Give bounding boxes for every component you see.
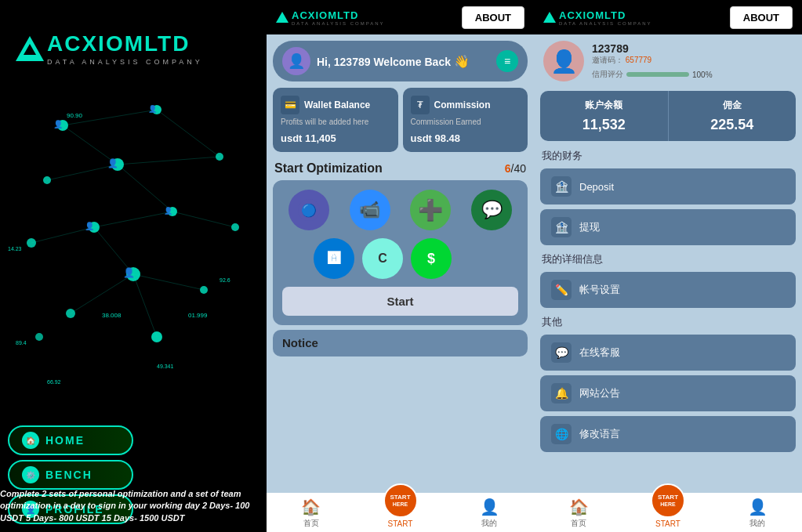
settings-icon: ✏️ bbox=[551, 280, 572, 300]
app-grid-row2: 🅰 C $ bbox=[282, 238, 518, 279]
mid-logo-sub: DATA ANALYSIS COMPANY bbox=[292, 21, 385, 26]
announcement-label: 网站公告 bbox=[579, 386, 620, 400]
svg-line-12 bbox=[133, 274, 157, 337]
right-nav-mine[interactable]: 👤 我的 bbox=[713, 498, 802, 529]
svg-text:49.341: 49.341 bbox=[157, 364, 174, 369]
right-logo-text: ACXIOMLTD bbox=[559, 9, 652, 21]
welcome-message: Welcome Back bbox=[373, 56, 451, 68]
canva-app[interactable]: C bbox=[362, 238, 403, 279]
progress-text: 6/40 bbox=[505, 162, 526, 175]
canva-icon[interactable]: C bbox=[362, 238, 403, 279]
deposit-label: Deposit bbox=[579, 181, 614, 193]
welcome-text: Hi, 123789 Welcome Back 👋 bbox=[317, 54, 490, 69]
svg-text:38.008: 38.008 bbox=[102, 312, 122, 319]
azure-app[interactable]: 🅰 bbox=[314, 238, 354, 279]
menu-icon[interactable]: ≡ bbox=[496, 50, 518, 72]
user-avatar: 👤 bbox=[282, 47, 310, 75]
right-nav-home[interactable]: 🏠 首页 bbox=[534, 498, 623, 529]
start-badge[interactable]: START HERE bbox=[383, 483, 418, 518]
app-grid-row1: 🔵 📹 ➕ 💬 bbox=[282, 190, 518, 230]
customer-service-item[interactable]: 💬 在线客服 bbox=[540, 335, 796, 371]
commission-amount: usdt 98.48 bbox=[411, 132, 521, 144]
wallet-icon: 💳 bbox=[281, 96, 299, 114]
home-nav-label: 首页 bbox=[303, 518, 319, 529]
right-logo-sub: DATA ANALYSIS COMPANY bbox=[559, 21, 652, 26]
right-about-button[interactable]: ABOUT bbox=[730, 6, 793, 29]
welcome-bar: 👤 Hi, 123789 Welcome Back 👋 ≡ bbox=[273, 41, 528, 81]
account-balance-val: 11,532 bbox=[540, 117, 668, 133]
wallet-desc: Profits will be added here bbox=[281, 118, 390, 126]
profile-id: 123789 bbox=[592, 42, 793, 55]
svg-line-11 bbox=[71, 274, 133, 313]
network-visualization: 👤 👤 👤 👤 👤 👤 90.90 38.008 01.999 14.23 89… bbox=[0, 78, 267, 407]
chat-app[interactable]: 💬 bbox=[465, 190, 518, 230]
right-start-badge[interactable]: START HERE bbox=[651, 483, 685, 518]
greeting-text: Hi, 123789 bbox=[317, 56, 371, 68]
mid-logo-triangle bbox=[276, 12, 289, 23]
svg-text:🔵: 🔵 bbox=[301, 203, 317, 218]
azure-icon[interactable]: 🅰 bbox=[314, 238, 354, 279]
zoom-icon[interactable]: 📹 bbox=[350, 190, 390, 230]
start-nav-label: START bbox=[388, 519, 413, 528]
mid-nav-start[interactable]: START HERE START bbox=[356, 498, 445, 529]
cashapp-app[interactable]: $ bbox=[411, 238, 452, 279]
language-icon: 🌐 bbox=[551, 424, 572, 444]
home-button[interactable]: 🏠 HOME bbox=[8, 425, 133, 455]
bench-button[interactable]: ⚙️ BENCH bbox=[8, 460, 133, 490]
cashapp-icon[interactable]: $ bbox=[411, 238, 452, 279]
wallet-amount: usdt 11,405 bbox=[281, 132, 390, 144]
optimization-title: Start Optimization bbox=[274, 161, 383, 176]
progress-current: 6 bbox=[505, 162, 511, 175]
right-mine-label: 我的 bbox=[749, 518, 765, 529]
profile-code: 邀请码： 657779 bbox=[592, 55, 793, 66]
customer-service-label: 在线客服 bbox=[579, 346, 620, 360]
svg-line-7 bbox=[94, 212, 172, 227]
commission-balance: 佣金 225.54 bbox=[669, 91, 797, 141]
wave-icon: 👋 bbox=[454, 55, 470, 68]
profile-bar: 👤 123789 邀请码： 657779 信用评分 100% bbox=[534, 34, 802, 88]
profile-avatar: 👤 bbox=[543, 41, 584, 81]
svg-line-3 bbox=[118, 157, 220, 165]
mid-about-button[interactable]: ABOUT bbox=[462, 6, 524, 29]
mid-nav-home[interactable]: 🏠 首页 bbox=[267, 498, 356, 529]
credit-label: 信用评分 bbox=[592, 69, 623, 80]
commission-icon: ₮ bbox=[411, 96, 430, 114]
wallet-title: Wallet Balance bbox=[304, 100, 370, 110]
deposit-item[interactable]: 🏦 Deposit bbox=[540, 168, 796, 204]
svg-line-8 bbox=[172, 212, 235, 227]
mid-logo-text: ACXIOMLTD bbox=[292, 9, 385, 21]
start-button[interactable]: Start bbox=[282, 287, 518, 316]
settings-label: 帐号设置 bbox=[579, 283, 620, 297]
customer-service-icon: 💬 bbox=[551, 342, 572, 363]
svg-text:👤: 👤 bbox=[85, 221, 95, 231]
mid-nav-mine[interactable]: 👤 我的 bbox=[445, 498, 534, 529]
chat-icon[interactable]: 💬 bbox=[471, 190, 512, 230]
announcement-item[interactable]: 🔔 网站公告 bbox=[540, 375, 796, 411]
withdraw-item[interactable]: 🏦 提现 bbox=[540, 209, 796, 245]
right-nav-start[interactable]: START HERE START bbox=[623, 498, 713, 529]
plus-icon[interactable]: ➕ bbox=[410, 190, 451, 230]
credit-bar bbox=[626, 72, 689, 77]
home-icon: 🏠 bbox=[22, 432, 39, 449]
svg-text:👤: 👤 bbox=[107, 157, 118, 168]
logo-name: ACXIOMLTD bbox=[47, 31, 190, 56]
credit-pct: 100% bbox=[692, 71, 713, 79]
other-label: 其他 bbox=[534, 310, 802, 332]
zoom-app[interactable]: 📹 bbox=[343, 190, 397, 230]
svg-line-10 bbox=[133, 274, 204, 290]
mid-panel: ACXIOMLTD DATA ANALYSIS COMPANY ABOUT 👤 … bbox=[267, 0, 534, 532]
svg-text:89.4: 89.4 bbox=[16, 340, 27, 346]
language-item[interactable]: 🌐 修改语言 bbox=[540, 416, 796, 452]
plus-app[interactable]: ➕ bbox=[405, 190, 458, 230]
withdraw-icon: 🏦 bbox=[551, 217, 572, 237]
teams-app[interactable]: 🔵 bbox=[282, 190, 336, 230]
svg-text:90.90: 90.90 bbox=[67, 112, 83, 119]
teams-icon[interactable]: 🔵 bbox=[289, 190, 329, 230]
wallet-card: 💳 Wallet Balance Profits will be added h… bbox=[273, 88, 398, 152]
right-home-label: 首页 bbox=[571, 518, 586, 529]
app-grid-area: 🔵 📹 ➕ 💬 🅰 C $ Start bbox=[273, 180, 528, 325]
svg-point-26 bbox=[151, 331, 162, 342]
account-settings-item[interactable]: ✏️ 帐号设置 bbox=[540, 272, 796, 308]
notice-section: Notice bbox=[273, 330, 528, 356]
bench-label: BENCH bbox=[45, 469, 93, 481]
